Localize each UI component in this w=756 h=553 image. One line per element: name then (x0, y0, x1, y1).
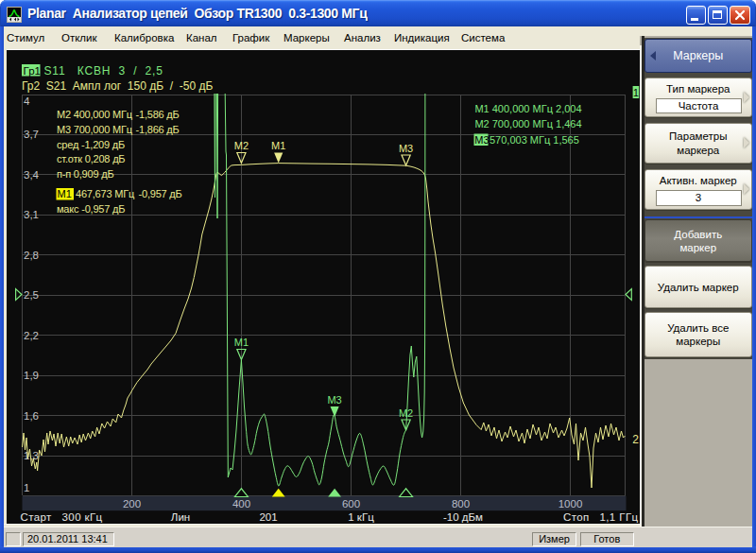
svg-text:М3 700,000 МГц: М3 700,000 МГц (57, 124, 133, 135)
svg-text:Гр2 S21 Ампл лог 150 дБ /: Гр2 S21 Ампл лог 150 дБ / -50 дБ (22, 79, 213, 93)
svg-text:М2 700,000 МГц 1,464: М2 700,000 МГц 1,464 (474, 118, 581, 130)
svg-text:сред -1,209 дБ: сред -1,209 дБ (57, 139, 125, 150)
svg-text:1 кГц: 1 кГц (348, 511, 374, 523)
svg-text:М3: М3 (474, 134, 489, 146)
svg-text:-1,866 дБ: -1,866 дБ (136, 124, 180, 135)
svg-text:М1: М1 (271, 140, 285, 151)
svg-text:600: 600 (342, 498, 360, 510)
svg-text:201: 201 (259, 511, 277, 523)
svg-text:2,8: 2,8 (24, 250, 39, 261)
svg-text:-1,586 дБ: -1,586 дБ (136, 109, 180, 120)
svg-text:п-п 0,909 дБ: п-п 0,909 дБ (57, 168, 113, 180)
svg-text:2,2: 2,2 (24, 330, 39, 341)
svg-text:2: 2 (632, 433, 639, 446)
svg-text:800: 800 (452, 498, 470, 510)
svg-text:М2 400,000 МГц: М2 400,000 МГц (57, 109, 133, 120)
svg-text:1,6: 1,6 (24, 410, 39, 422)
svg-text:-0,957 дБ: -0,957 дБ (139, 188, 182, 199)
svg-text:М2: М2 (234, 140, 249, 151)
svg-text:570,003 МГц 1,565: 570,003 МГц 1,565 (490, 134, 579, 146)
svg-text:1000: 1000 (558, 498, 583, 510)
svg-text:Лин: Лин (171, 511, 190, 523)
svg-text:ст.отк 0,208 дБ: ст.отк 0,208 дБ (57, 153, 125, 164)
svg-text:-10 дБм: -10 дБм (443, 511, 483, 523)
svg-text:467,673 МГц: 467,673 МГц (76, 188, 135, 199)
svg-text:400: 400 (232, 498, 250, 510)
svg-text:М3: М3 (327, 394, 341, 406)
svg-text:1: 1 (633, 87, 639, 98)
svg-text:1,9: 1,9 (24, 370, 39, 381)
svg-text:1: 1 (24, 482, 29, 493)
svg-text:S11 КСВН 3 / 2,5: S11 КСВН 3 / 2,5 (44, 64, 163, 78)
svg-text:4: 4 (24, 95, 30, 107)
svg-text:Гр1: Гр1 (24, 65, 41, 77)
svg-text:М1: М1 (234, 337, 249, 348)
svg-text:М1 400,000 МГц 2,004: М1 400,000 МГц 2,004 (474, 103, 581, 114)
svg-text:2,5: 2,5 (24, 289, 39, 301)
svg-text:Стоп 1,1 ГГц: Стоп 1,1 ГГц (563, 511, 638, 523)
svg-text:3,4: 3,4 (24, 169, 40, 181)
svg-text:200: 200 (123, 498, 141, 510)
svg-text:3,7: 3,7 (24, 129, 39, 140)
svg-text:3,1: 3,1 (24, 209, 39, 220)
svg-text:макс -0,957 дБ: макс -0,957 дБ (57, 203, 125, 215)
svg-text:М1: М1 (58, 188, 72, 199)
svg-text:М2: М2 (399, 407, 413, 419)
svg-text:М3: М3 (399, 143, 413, 154)
svg-text:Старт 300 кГц: Старт 300 кГц (21, 511, 103, 523)
